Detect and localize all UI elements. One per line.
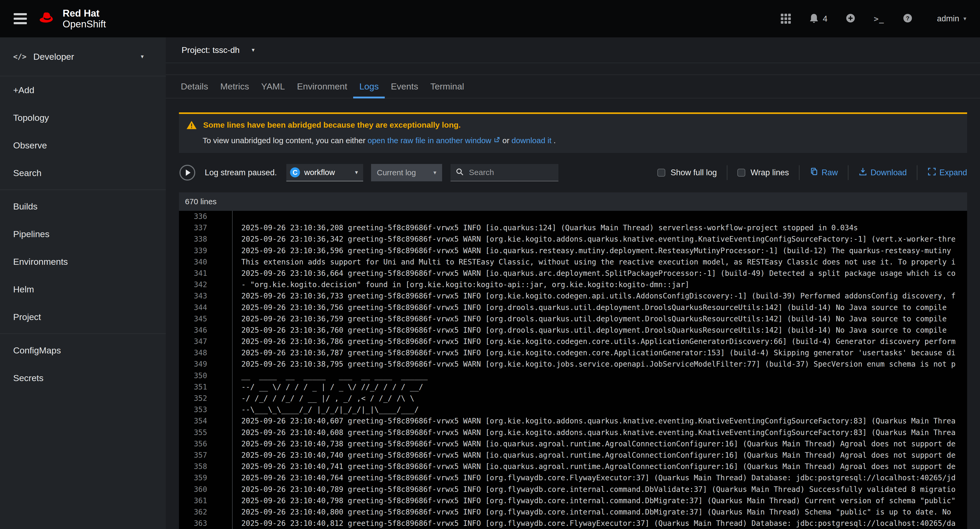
log-line: 2025-09-26 23:10:40,800 greeting-5f8c896… [241,507,967,518]
expand-icon [928,167,936,178]
sidebar-item-observe[interactable]: Observe [0,132,166,159]
app-launcher-icon[interactable] [781,14,791,24]
sidebar-item-project[interactable]: Project [0,303,166,331]
log-toolbar: Log stream paused. C workflow ▾ Current … [179,164,967,181]
log-line: 2025-09-26 23:10:36,760 greeting-5f8c896… [241,325,967,336]
log-line-number: 346 [179,325,232,336]
download-link[interactable]: Download [858,167,907,178]
developer-code-icon: </> [13,53,27,61]
log-line: 2025-09-26 23:10:40,812 greeting-5f8c896… [241,518,967,529]
log-line: 2025-09-26 23:10:40,798 greeting-5f8c896… [241,495,967,507]
wrap-lines-control: Wrap lines [737,168,789,177]
log-line-number: 363 [179,518,232,529]
open-raw-file-link[interactable]: open the raw file in another window [368,136,500,145]
log-line: - "org.kie.kogito.decision" found in [or… [241,279,967,290]
wrap-lines-label: Wrap lines [751,168,789,177]
user-menu[interactable]: admin ▾ [937,14,966,24]
show-full-log-checkbox[interactable] [657,169,665,177]
container-dropdown[interactable]: C workflow ▾ [286,164,363,181]
show-full-log-label: Show full log [671,168,717,177]
log-source-select[interactable]: Current log ▾ [371,164,442,181]
log-scroll-area[interactable]: 3363373383393403413423433443453463473483… [179,211,967,529]
brand-logo: Red Hat OpenShift [38,8,106,30]
log-line-number: 362 [179,507,232,518]
web-terminal-icon[interactable]: >_ [874,14,884,24]
log-line: 2025-09-26 23:10:36,664 greeting-5f8c896… [241,268,967,279]
log-line-number: 341 [179,268,232,279]
toolbar-divider [799,165,799,180]
svg-text:?: ? [906,15,910,22]
download-it-link[interactable]: download it [512,136,552,145]
log-search[interactable] [450,164,558,181]
log-line: 2025-09-26 23:10:40,607 greeting-5f8c896… [241,415,967,427]
log-line-number: 354 [179,415,232,427]
log-line-count: 670 lines [179,193,967,211]
log-line-number: 352 [179,393,232,404]
sidebar-item-search[interactable]: Search [0,159,166,187]
chevron-down-icon: ▾ [433,170,436,175]
notifications-button[interactable]: 4 [809,13,827,24]
perspective-switcher[interactable]: </> Developer ▾ [0,37,166,76]
log-line-numbers: 3363373383393403413423433443453463473483… [179,211,232,529]
chevron-down-icon: ▾ [963,16,966,22]
log-line-number: 342 [179,279,232,290]
sidebar-item-builds[interactable]: Builds [0,193,166,220]
tab-logs[interactable]: Logs [353,75,385,98]
tab-metrics[interactable]: Metrics [214,75,255,98]
sidebar-item-secrets[interactable]: Secrets [0,364,166,392]
masthead: Red Hat OpenShift 4 >_ ? admin ▾ [0,0,980,37]
stream-status-text: Log stream paused. [205,168,277,177]
log-line-number: 361 [179,495,232,507]
tab-events[interactable]: Events [385,75,424,98]
log-line: 2025-09-26 23:10:36,342 greeting-5f8c896… [241,233,967,245]
redhat-hat-icon [38,11,57,27]
sidebar: </> Developer ▾ +AddTopologyObserveSearc… [0,37,166,529]
log-line-number: 359 [179,472,232,483]
log-line: 2025-09-26 23:10:40,740 greeting-5f8c896… [241,449,967,461]
tab-environment[interactable]: Environment [291,75,353,98]
log-line: 2025-09-26 23:10:40,764 greeting-5f8c896… [241,472,967,483]
resume-stream-button[interactable] [179,164,196,181]
container-badge: C [290,167,300,177]
log-line-number: 349 [179,359,232,370]
log-line [241,211,967,222]
sidebar-divider [0,190,166,190]
sidebar-item-pipelines[interactable]: Pipelines [0,220,166,248]
tab-bar: DetailsMetricsYAMLEnvironmentLogsEventsT… [166,75,980,99]
tab-details[interactable]: Details [175,75,214,98]
tab-yaml[interactable]: YAML [255,75,291,98]
sidebar-item-helm[interactable]: Helm [0,276,166,303]
log-lines: 2025-09-26 23:10:36,208 greeting-5f8c896… [232,211,967,529]
project-selector[interactable]: Project: tssc-dh ▾ [166,37,980,63]
abridged-warning-banner: Some lines have been abridged because th… [179,112,967,153]
wrap-lines-checkbox[interactable] [737,169,745,177]
log-line-number: 345 [179,313,232,325]
hamburger-menu-icon[interactable] [14,13,27,24]
log-line: 2025-09-26 23:10:36,787 greeting-5f8c896… [241,347,967,359]
log-line: 2025-09-26 23:10:40,741 greeting-5f8c896… [241,461,967,472]
expand-link[interactable]: Expand [928,167,967,178]
quick-create-icon[interactable] [845,13,856,24]
banner-title: Some lines have been abridged because th… [203,121,461,129]
log-line: 2025-09-26 23:10:36,733 greeting-5f8c896… [241,290,967,302]
sidebar-item-environments[interactable]: Environments [0,248,166,276]
log-line-number: 348 [179,347,232,359]
tab-terminal[interactable]: Terminal [424,75,470,98]
log-line-number: 357 [179,449,232,461]
search-input[interactable] [468,168,547,177]
log-line-number: 358 [179,461,232,472]
sidebar-item--add[interactable]: +Add [0,76,166,104]
log-line: -/ /_/ / /_/ / __ |/ , _/ ,< / /_/ /\ \ [241,393,967,404]
log-line: 2025-09-26 23:10:38,795 greeting-5f8c896… [241,359,967,370]
raw-link[interactable]: Raw [810,167,838,178]
log-line: 2025-09-26 23:10:36,756 greeting-5f8c896… [241,302,967,313]
log-source-value: Current log [377,168,416,177]
sidebar-item-topology[interactable]: Topology [0,104,166,132]
help-icon[interactable]: ? [902,13,913,24]
log-line: 2025-09-26 23:10:40,738 greeting-5f8c896… [241,438,967,449]
banner-desc-prefix: To view unabridged log content, you can … [203,136,366,145]
chevron-down-icon: ▾ [252,47,255,53]
brand-line2: OpenShift [63,19,106,29]
sidebar-item-configmaps[interactable]: ConfigMaps [0,336,166,364]
log-line-number: 360 [179,484,232,495]
